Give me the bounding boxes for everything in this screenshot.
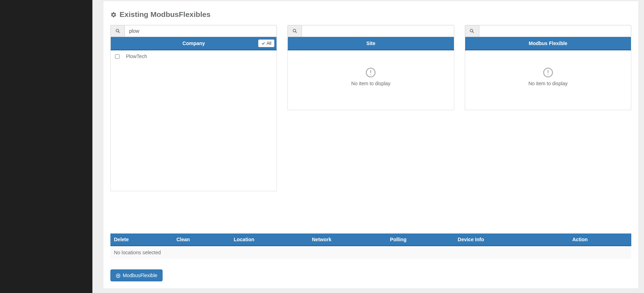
site-list: No item to display [287,50,454,110]
site-empty-state: No item to display [288,50,454,93]
check-icon [261,41,265,46]
modbus-empty-text: No item to display [528,81,567,86]
modbus-header: Modbus Flexible [465,37,631,50]
modbus-search-input[interactable] [479,25,631,37]
company-header-label: Company [182,40,205,46]
page-title: Existing ModbusFlexibles [120,10,211,19]
svg-line-8 [473,32,474,33]
company-search-row [110,25,277,37]
svg-point-0 [116,29,119,32]
exclamation-circle-icon [543,67,553,78]
company-header: Company All [110,37,277,50]
table-header-row: Delete Clean Location Network Polling De… [110,233,631,246]
table-header-action[interactable]: Action [569,233,631,246]
site-search-input[interactable] [302,25,454,37]
search-icon [465,25,479,37]
company-list: PlowTech [110,50,277,191]
company-search-input[interactable] [124,25,277,37]
modbus-search-row [465,25,631,37]
company-list-item[interactable]: PlowTech [111,50,277,62]
company-item-checkbox[interactable] [115,54,120,59]
main-panel: Existing ModbusFlexibles Company [103,1,639,289]
add-modbus-label: ModbusFlexible [123,273,157,278]
svg-line-1 [118,32,120,33]
sidebar-navigation [0,0,92,293]
site-search-row [287,25,454,37]
svg-point-7 [470,29,473,32]
table-header-location[interactable]: Location [230,233,309,246]
search-icon [287,25,302,37]
modbus-list: No item to display [465,50,631,110]
company-item-label: PlowTech [126,54,147,59]
add-modbusflexible-button[interactable]: ModbusFlexible [110,269,163,281]
main-content-area: Existing ModbusFlexibles Company [92,0,644,293]
gear-icon [110,10,117,19]
site-header: Site [287,37,454,50]
filter-columns: Company All PlowTech [110,25,631,191]
svg-point-11 [548,74,549,75]
page-heading: Existing ModbusFlexibles [110,10,631,19]
table-header-device-info[interactable]: Device Info [454,233,569,246]
modbus-empty-state: No item to display [465,50,631,93]
svg-line-3 [296,32,297,33]
all-button-label: All [267,41,271,46]
modbus-column: Modbus Flexible No item to display [465,25,631,191]
search-icon [110,25,124,37]
exclamation-circle-icon [365,67,376,78]
site-header-label: Site [366,40,376,46]
modbus-header-label: Modbus Flexible [529,40,567,46]
table-empty-text: No locations selected [110,246,631,259]
site-empty-text: No item to display [351,81,390,86]
table-header-polling[interactable]: Polling [387,233,454,246]
table-header-network[interactable]: Network [308,233,387,246]
table-row: No locations selected [110,246,631,259]
svg-point-6 [370,74,371,75]
details-table: Delete Clean Location Network Polling De… [110,233,631,259]
select-all-button[interactable]: All [258,39,274,47]
plus-circle-icon [116,273,121,278]
table-header-delete[interactable]: Delete [110,233,173,246]
table-header-clean[interactable]: Clean [173,233,230,246]
svg-point-2 [293,29,296,32]
company-column: Company All PlowTech [110,25,277,191]
site-column: Site No item to display [287,25,454,191]
